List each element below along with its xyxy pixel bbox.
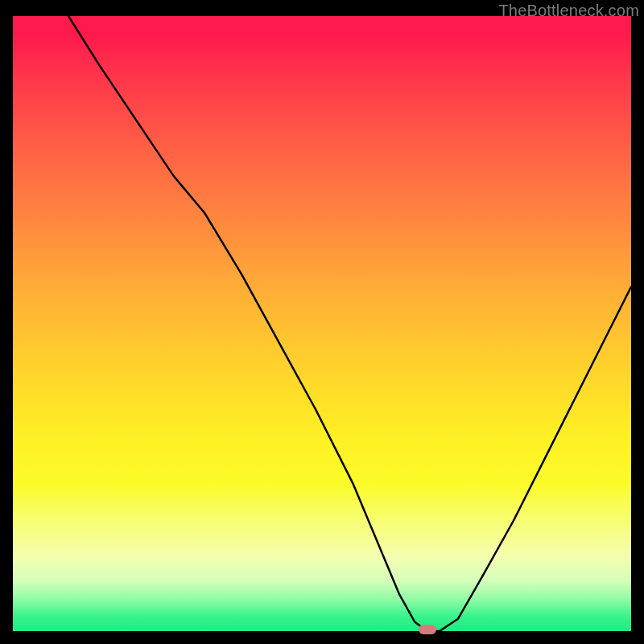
bottleneck-curve-path	[68, 16, 631, 631]
optimal-point-marker	[419, 625, 436, 634]
chart-curve-svg	[13, 16, 631, 631]
watermark-text: TheBottleneck.com	[498, 2, 639, 20]
